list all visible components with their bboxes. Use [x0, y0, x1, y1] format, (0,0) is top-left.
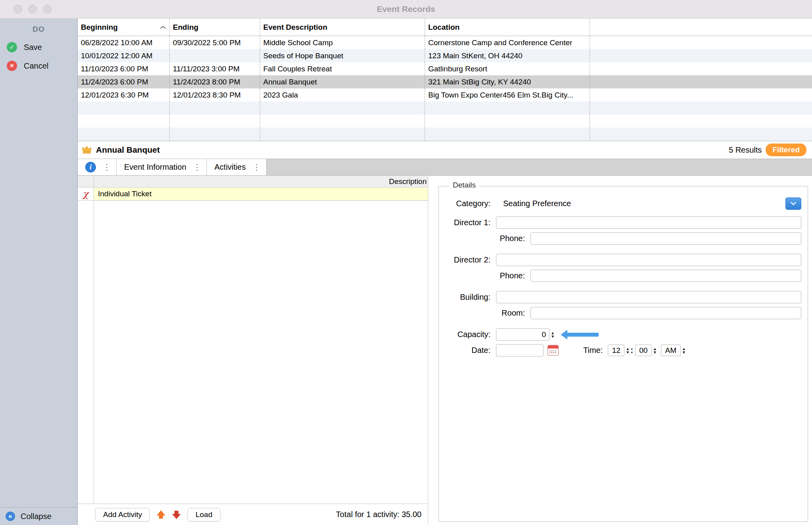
- building-input[interactable]: [496, 291, 801, 303]
- table-row[interactable]: 11/10/2023 6:00 PM 11/11/2023 3:00 PM Fa…: [78, 62, 812, 75]
- table-row-empty: [78, 128, 812, 141]
- phone-label: Phone:: [445, 234, 530, 243]
- tab-label: Activities: [214, 163, 246, 172]
- director2-input[interactable]: [496, 254, 801, 266]
- save-button[interactable]: ✓ Save: [0, 42, 77, 52]
- stepper-down-icon[interactable]: ▼: [682, 351, 686, 354]
- move-up-icon[interactable]: [157, 510, 165, 519]
- time-hour-input[interactable]: [608, 345, 624, 356]
- cell-description: Middle School Camp: [260, 36, 425, 49]
- cell-location: Gatlinburg Resort: [425, 62, 590, 75]
- date-time-row: Date: Time: ▲ ▼ : ▲: [445, 344, 801, 356]
- column-header-ending[interactable]: Ending: [170, 19, 260, 36]
- director2-row: Director 2:: [445, 254, 801, 266]
- remove-activity-button[interactable]: χ: [78, 188, 94, 201]
- cell-beginning: 12/01/2023 6:30 PM: [78, 88, 170, 102]
- events-table: Beginning Ending Event Description Locat…: [78, 19, 812, 141]
- capacity-input[interactable]: [496, 328, 550, 341]
- results-count: 5 Results: [729, 146, 762, 155]
- cell-description: Fall Couples Retreat: [260, 62, 425, 75]
- cell-extra: [590, 36, 812, 49]
- category-label: Category:: [445, 199, 496, 208]
- director2-phone-row: Phone:: [445, 270, 801, 282]
- director1-input[interactable]: [496, 217, 801, 229]
- category-value: Seating Preference: [503, 199, 571, 208]
- drag-handle-icon[interactable]: ⋮: [193, 163, 201, 171]
- column-header-event-description[interactable]: Event Description: [260, 19, 425, 36]
- cut-icon: χ: [83, 190, 88, 199]
- stepper-down-icon[interactable]: ▼: [653, 351, 657, 354]
- director2-phone-input[interactable]: [530, 270, 801, 282]
- cell-location: Cornerstone Camp and Conference Center: [425, 36, 590, 49]
- sort-ascending-icon: [160, 25, 166, 29]
- drag-handle-icon[interactable]: ⋮: [253, 163, 261, 171]
- cell-beginning: 06/28/2022 10:00 AM: [78, 36, 170, 49]
- activity-row-selected[interactable]: Individual Ticket: [94, 188, 428, 201]
- column-header-location[interactable]: Location: [425, 19, 590, 36]
- hour-stepper[interactable]: ▲ ▼: [626, 347, 630, 354]
- stepper-down-icon[interactable]: ▼: [626, 351, 630, 354]
- cell-beginning: 11/10/2023 6:00 PM: [78, 62, 170, 75]
- cancel-button[interactable]: × Cancel: [0, 61, 77, 71]
- table-row-empty: [78, 102, 812, 115]
- tab-event-information[interactable]: Event Information ⋮: [117, 159, 207, 175]
- cell-description: Annual Banquet: [260, 75, 425, 88]
- cell-beginning: 10/01/2022 12:00 AM: [78, 49, 170, 62]
- event-records-window: Event Records DO ✓ Save × Cancel « Colla…: [0, 0, 812, 525]
- director1-phone-input[interactable]: [530, 232, 801, 245]
- category-dropdown-button[interactable]: [785, 197, 801, 210]
- info-icon: i: [85, 162, 96, 172]
- activities-panel: Description χ Individual Ticket: [78, 176, 428, 525]
- minute-stepper[interactable]: ▲ ▼: [653, 347, 657, 354]
- director2-label: Director 2:: [445, 255, 496, 264]
- date-input[interactable]: [496, 344, 544, 356]
- capacity-stepper[interactable]: ▲ ▼: [551, 331, 555, 338]
- description-column-header[interactable]: Description: [94, 176, 428, 187]
- cancel-label: Cancel: [24, 61, 48, 71]
- activities-header-row: Description: [78, 176, 428, 188]
- tab-activities[interactable]: Activities ⋮: [207, 159, 266, 175]
- tab-bar: i ⋮ Event Information ⋮ Activities ⋮: [78, 159, 812, 176]
- table-row-selected[interactable]: 11/24/2023 6:00 PM 11/24/2023 8:00 PM An…: [78, 75, 812, 88]
- table-row[interactable]: 06/28/2022 10:00 AM 09/30/2022 5:00 PM M…: [78, 36, 812, 49]
- chevron-down-icon: [791, 202, 796, 205]
- details-legend: Details: [449, 181, 479, 190]
- cell-extra: [590, 88, 812, 102]
- time-minute-input[interactable]: [635, 345, 652, 356]
- window-zoom-button[interactable]: [43, 5, 52, 13]
- collapse-button[interactable]: « Collapse: [0, 507, 77, 525]
- move-down-icon[interactable]: [172, 510, 181, 519]
- stepper-down-icon[interactable]: ▼: [551, 335, 555, 338]
- window-title: Event Records: [377, 4, 435, 14]
- collapse-label: Collapse: [21, 512, 52, 521]
- calendar-icon[interactable]: [548, 345, 559, 356]
- activities-rows: χ Individual Ticket: [78, 188, 428, 504]
- window-minimize-button[interactable]: [28, 5, 37, 13]
- content-area: Description χ Individual Ticket: [78, 176, 812, 525]
- table-row[interactable]: 12/01/2023 6:30 PM 12/01/2023 8:30 PM 20…: [78, 88, 812, 102]
- cell-extra: [590, 49, 812, 62]
- add-activity-button[interactable]: Add Activity: [95, 508, 150, 521]
- cell-extra: [590, 62, 812, 75]
- category-row: Category: Seating Preference: [445, 197, 801, 210]
- crown-icon: [82, 146, 92, 154]
- room-row: Room:: [445, 307, 801, 319]
- cell-location: 123 Main StKent, OH 44240: [425, 49, 590, 62]
- cell-beginning: 11/24/2023 6:00 PM: [78, 75, 170, 88]
- info-tab[interactable]: i ⋮: [78, 159, 117, 175]
- window-close-button[interactable]: [13, 5, 22, 13]
- cell-ending: [170, 49, 260, 62]
- x-circle-icon: ×: [7, 61, 17, 71]
- building-label: Building:: [445, 293, 496, 302]
- room-input[interactable]: [530, 307, 801, 319]
- column-header-beginning[interactable]: Beginning: [78, 19, 170, 36]
- table-row[interactable]: 10/01/2022 12:00 AM Seeds of Hope Banque…: [78, 49, 812, 62]
- drag-handle-icon[interactable]: ⋮: [103, 163, 111, 171]
- ampm-stepper[interactable]: ▲ ▼: [682, 347, 686, 354]
- cell-ending: 11/11/2023 3:00 PM: [170, 62, 260, 75]
- column-header-extra: [590, 19, 812, 36]
- load-button[interactable]: Load: [188, 508, 220, 521]
- capacity-row: Capacity: ▲ ▼: [445, 328, 801, 341]
- time-ampm-input[interactable]: [661, 345, 681, 356]
- cell-ending: 12/01/2023 8:30 PM: [170, 88, 260, 102]
